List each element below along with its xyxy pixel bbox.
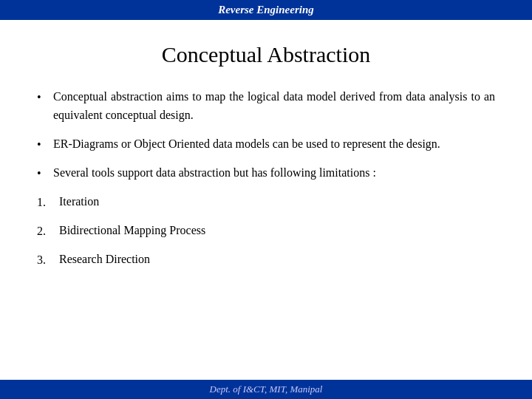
numbered-item-3: 3. Research Direction (37, 250, 495, 269)
top-bar-title: Reverse Engineering (218, 4, 314, 16)
bullet-item-3: • Several tools support data abstraction… (37, 164, 495, 183)
bullet-text-2: ER-Diagrams or Object Oriented data mode… (53, 135, 440, 154)
bullet-symbol-3: • (37, 164, 53, 183)
number-3: 3. (37, 250, 59, 269)
bottom-bar: Dept. of I&CT, MIT, Manipal (0, 380, 532, 399)
bullet-symbol-1: • (37, 88, 53, 106)
slide-title: Conceptual Abstraction (37, 42, 495, 67)
main-content: Conceptual Abstraction • Conceptual abst… (0, 20, 532, 294)
bullet-text-3: Several tools support data abstraction b… (53, 164, 376, 183)
content-area: • Conceptual abstraction aims to map the… (37, 88, 495, 269)
numbered-text-3: Research Direction (59, 250, 150, 269)
number-1: 1. (37, 193, 59, 211)
bullet-text-1: Conceptual abstraction aims to map the l… (53, 88, 495, 125)
number-2: 2. (37, 222, 59, 240)
numbered-text-1: Iteration (59, 193, 99, 211)
numbered-item-2: 2. Bidirectional Mapping Process (37, 222, 495, 240)
numbered-text-2: Bidirectional Mapping Process (59, 222, 205, 240)
bullet-item-2: • ER-Diagrams or Object Oriented data mo… (37, 135, 495, 154)
bullet-item-1: • Conceptual abstraction aims to map the… (37, 88, 495, 125)
footer-text: Dept. of I&CT, MIT, Manipal (210, 383, 323, 395)
bullet-symbol-2: • (37, 135, 53, 154)
top-bar: Reverse Engineering (0, 0, 532, 20)
numbered-item-1: 1. Iteration (37, 193, 495, 211)
